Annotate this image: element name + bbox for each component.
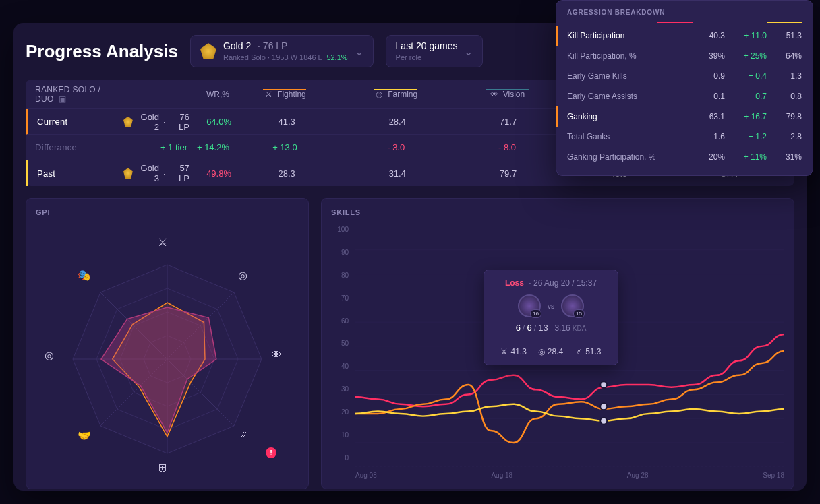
wr-header: WR,%	[187, 90, 229, 99]
rank-lp: · 76 LP	[258, 40, 287, 51]
sword-icon: ⚔	[264, 90, 273, 99]
metric-cell: 28.4	[342, 117, 452, 127]
shield-icon: ⛨	[158, 462, 169, 474]
svg-point-19	[600, 381, 607, 388]
rank-queue: Ranked Solo	[223, 53, 266, 61]
breakdown-row: Early Game Kills0.9+ 0.41.3	[556, 66, 813, 86]
match-tooltip: Loss · 26 Aug 20 / 15:37 16 vs 15 6/6/13…	[484, 270, 618, 365]
match-date: 26 Aug 20 / 15:37	[533, 278, 597, 288]
metric-cell: + 13.0	[229, 142, 341, 152]
metric-cell: 79.7	[452, 168, 563, 179]
eye-icon: 👁	[271, 349, 282, 361]
diff-rank: + 1 tier	[121, 142, 187, 152]
radar-svg	[39, 228, 295, 484]
past-wr: 49.8%	[189, 168, 231, 179]
claws-icon: ⫽	[238, 429, 249, 441]
diff-wr: + 14.2%	[187, 142, 229, 152]
metric-col-fighting[interactable]: ⚔Fighting	[229, 90, 341, 99]
rank-winrate: 52.1%	[326, 53, 347, 61]
metric-cell: 71.7	[452, 117, 563, 127]
games-subtitle: Per role	[396, 53, 458, 62]
tooltip-stats: ⚔41.3 ◎28.4 ⫽51.3	[495, 340, 607, 356]
rank-tier-icon	[123, 117, 133, 127]
opponent-avatar: 15	[561, 294, 584, 317]
radar-chart: ! ⚔◎👁⫽⛨🤝◎🎭	[26, 223, 308, 489]
breakdown-title: AGRESSION BREAKDOWN	[556, 9, 813, 22]
svg-point-20	[600, 403, 607, 410]
chevron-down-icon: ⌄	[464, 45, 473, 58]
rank-tier: Gold 2	[223, 40, 251, 51]
games-title: Last 20 games	[396, 40, 458, 52]
sword-icon: ⚔	[158, 236, 167, 249]
panels-row: GPI ! ⚔◎👁⫽⛨🤝◎🎭 SKILLS 100908070605040302…	[13, 186, 807, 501]
current-wr: 64.0%	[189, 117, 231, 127]
breakdown-row: Kill Participation40.3+ 11.051.3	[556, 26, 813, 46]
gpi-panel: GPI ! ⚔◎👁⫽⛨🤝◎🎭	[26, 198, 309, 489]
mask-icon: 🎭	[78, 269, 91, 282]
player-avatar: 16	[518, 294, 541, 317]
breakdown-row: Ganking63.1+ 16.779.8	[556, 106, 813, 127]
y-axis-ticks: 1009080706050403020100	[326, 226, 349, 462]
breakdown-row: Kill Participation, %39%+ 25%64%	[556, 46, 813, 66]
rank-tier-icon	[200, 43, 216, 59]
coins-icon: ◎	[538, 347, 545, 356]
target-icon: ◎	[45, 349, 54, 362]
rank-tier-icon	[123, 168, 133, 179]
past-rank: Gold 3 · 57 LP	[123, 163, 189, 183]
metric-cell: 31.4	[342, 168, 452, 179]
metric-cell: 41.3	[231, 117, 342, 127]
rank-selector[interactable]: Gold 2 · 76 LP Ranked Solo · 1953 W 1846…	[190, 35, 374, 67]
skills-title: SKILLS	[331, 208, 784, 216]
metric-cell: - 3.0	[341, 142, 452, 152]
coins-icon: ◎	[238, 269, 247, 282]
sword-icon: ⚔	[500, 347, 508, 356]
alert-icon: !	[266, 447, 276, 458]
handshake-icon: 🤝	[78, 429, 91, 442]
current-rank: Gold 2 · 76 LP	[123, 112, 189, 132]
metric-col-farming[interactable]: ◎Farming	[341, 90, 452, 99]
x-axis-ticks: Aug 08Aug 18Aug 28Sep 18	[355, 472, 784, 479]
breakdown-row: Ganking Participation, %20%+ 11%31%	[556, 147, 813, 167]
metric-cell: 28.3	[231, 168, 342, 179]
eye-icon: 👁	[490, 90, 499, 99]
svg-point-21	[600, 418, 607, 424]
aggression-breakdown-popover: AGRESSION BREAKDOWN Kill Participation40…	[556, 0, 813, 176]
page-title: Progress Analysis	[26, 41, 178, 62]
chevron-down-icon: ⌄	[355, 45, 363, 58]
vs-label: vs	[548, 303, 554, 310]
copy-icon: ▣	[59, 94, 66, 104]
metric-col-vision[interactable]: 👁Vision	[452, 90, 563, 99]
breakdown-row: Total Ganks1.6+ 1.22.8	[556, 127, 813, 147]
games-selector[interactable]: Last 20 games Per role ⌄	[386, 35, 484, 67]
metric-cell: - 8.0	[452, 142, 563, 152]
rank-record: 1953 W 1846 L	[272, 53, 322, 61]
coins-icon: ◎	[374, 90, 384, 99]
match-result: Loss	[505, 278, 524, 288]
skills-panel: SKILLS 1009080706050403020100 Aug 08Aug …	[321, 198, 794, 489]
queue-label: RANKED SOLO / DUO ▣	[35, 85, 121, 104]
claws-icon: ⫽	[575, 347, 583, 356]
gpi-title: GPI	[36, 208, 299, 216]
breakdown-row: Early Game Assists0.1+ 0.70.8	[556, 86, 813, 106]
tooltip-kda: 6/6/13 3.16KDA	[495, 323, 607, 333]
